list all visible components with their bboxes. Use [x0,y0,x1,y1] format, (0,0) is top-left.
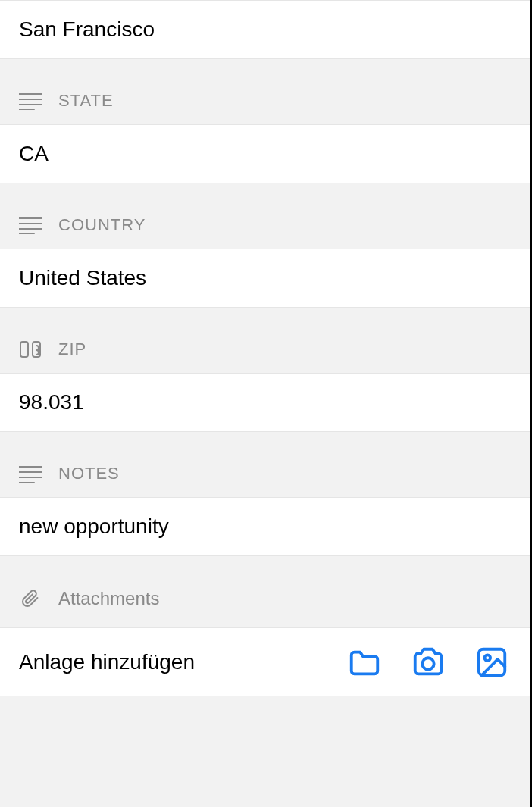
country-header: COUNTRY [0,183,530,249]
text-icon [19,216,42,234]
zip-label: ZIP [58,339,86,359]
notes-value[interactable]: new opportunity [0,498,530,556]
text-icon [19,464,42,483]
state-header: STATE [0,59,530,125]
add-attachment-row: Anlage hinzufügen [0,627,530,696]
notes-header: NOTES [0,432,530,498]
attachment-actions [347,645,509,680]
notes-label: NOTES [58,464,120,483]
folder-button[interactable] [347,645,382,680]
city-value[interactable]: San Francisco [0,0,530,59]
zip-header: ZIP [0,308,530,374]
svg-rect-8 [20,342,28,357]
attachments-label: Attachments [58,588,159,609]
number-icon [19,340,42,358]
svg-point-16 [484,655,490,661]
country-value[interactable]: United States [0,249,530,308]
image-button[interactable] [474,645,509,680]
text-icon [19,92,42,110]
camera-button[interactable] [411,645,446,680]
country-label: COUNTRY [58,215,146,235]
zip-value[interactable]: 98.031 [0,374,530,432]
paperclip-icon [19,590,42,608]
state-value[interactable]: CA [0,125,530,183]
svg-point-14 [422,658,433,669]
state-label: STATE [58,91,114,111]
attachments-header: Attachments [0,556,530,627]
add-attachment-label[interactable]: Anlage hinzufügen [19,650,195,674]
